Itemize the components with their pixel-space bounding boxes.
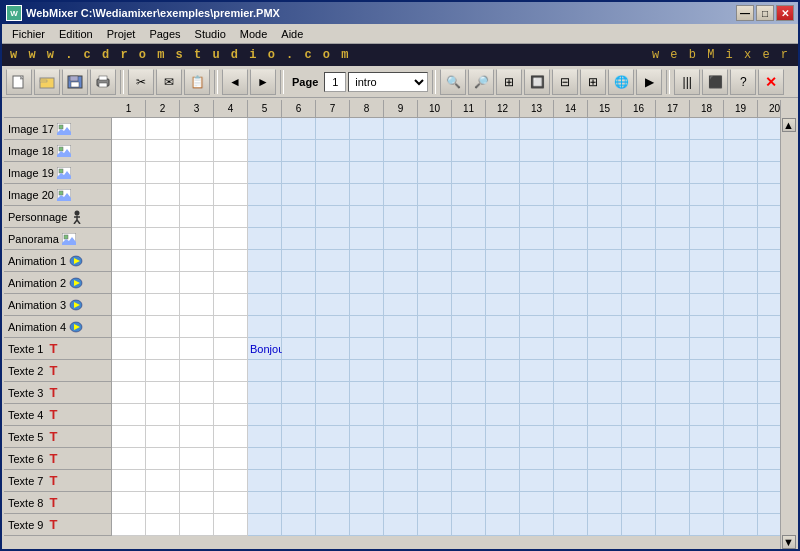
grid-cell[interactable] bbox=[724, 404, 758, 426]
grid-cell[interactable] bbox=[452, 206, 486, 228]
grid-cell[interactable] bbox=[282, 272, 316, 294]
grid-cell[interactable] bbox=[452, 360, 486, 382]
minimize-button[interactable]: — bbox=[736, 5, 754, 21]
grid-cell[interactable] bbox=[214, 272, 248, 294]
grid-cell[interactable] bbox=[282, 250, 316, 272]
grid-cell[interactable] bbox=[214, 316, 248, 338]
grid-cell[interactable] bbox=[350, 294, 384, 316]
grid-cell[interactable] bbox=[146, 250, 180, 272]
grid-cell[interactable] bbox=[384, 338, 418, 360]
grid-cell[interactable] bbox=[486, 492, 520, 514]
grid-cell[interactable] bbox=[112, 206, 146, 228]
grid-cell[interactable] bbox=[588, 448, 622, 470]
grid-cell[interactable] bbox=[622, 228, 656, 250]
grid-cell[interactable] bbox=[214, 382, 248, 404]
grid-cell[interactable] bbox=[418, 360, 452, 382]
grid-cell[interactable] bbox=[724, 448, 758, 470]
grid-cell[interactable] bbox=[588, 492, 622, 514]
grid-cell[interactable] bbox=[656, 338, 690, 360]
grid-cell[interactable]: Bonjou bbox=[248, 338, 282, 360]
grid-cell[interactable] bbox=[248, 470, 282, 492]
grid-cell[interactable] bbox=[146, 404, 180, 426]
grid-cell[interactable] bbox=[554, 426, 588, 448]
page-number[interactable]: 1 bbox=[324, 72, 346, 92]
grid-cell[interactable] bbox=[316, 228, 350, 250]
grid-cell[interactable] bbox=[520, 360, 554, 382]
grid-cell[interactable] bbox=[418, 448, 452, 470]
grid-cell[interactable] bbox=[112, 360, 146, 382]
grid-cell[interactable] bbox=[520, 118, 554, 140]
toolbar-nav4-button[interactable]: ⊞ bbox=[580, 69, 606, 95]
grid-cell[interactable] bbox=[146, 360, 180, 382]
grid-cell[interactable] bbox=[350, 184, 384, 206]
grid-cell[interactable] bbox=[112, 514, 146, 536]
grid-cell[interactable] bbox=[452, 514, 486, 536]
grid-cell[interactable] bbox=[316, 140, 350, 162]
grid-cell[interactable] bbox=[180, 448, 214, 470]
grid-cell[interactable] bbox=[758, 294, 780, 316]
grid-cell[interactable] bbox=[452, 448, 486, 470]
grid-cell[interactable] bbox=[520, 404, 554, 426]
grid-cell[interactable] bbox=[146, 118, 180, 140]
grid-cell[interactable] bbox=[350, 162, 384, 184]
grid-cell[interactable] bbox=[214, 470, 248, 492]
grid-cell[interactable] bbox=[724, 184, 758, 206]
grid-cell[interactable] bbox=[452, 250, 486, 272]
grid-cell[interactable] bbox=[554, 228, 588, 250]
grid-cell[interactable] bbox=[350, 338, 384, 360]
grid-cell[interactable] bbox=[350, 140, 384, 162]
grid-cell[interactable] bbox=[554, 118, 588, 140]
grid-cell[interactable] bbox=[248, 426, 282, 448]
grid-cell[interactable] bbox=[520, 206, 554, 228]
menu-studio[interactable]: Studio bbox=[189, 26, 232, 42]
grid-cell[interactable] bbox=[554, 492, 588, 514]
maximize-button[interactable]: □ bbox=[756, 5, 774, 21]
grid-cell[interactable] bbox=[282, 492, 316, 514]
grid-cell[interactable] bbox=[622, 294, 656, 316]
grid-cell[interactable] bbox=[248, 404, 282, 426]
spreadsheet[interactable]: 1 2 3 4 5 6 7 8 9 10 11 12 13 14 bbox=[112, 100, 780, 549]
grid-cell[interactable] bbox=[316, 206, 350, 228]
grid-cell[interactable] bbox=[724, 470, 758, 492]
grid-cell[interactable] bbox=[214, 294, 248, 316]
grid-cell[interactable] bbox=[690, 426, 724, 448]
grid-cell[interactable] bbox=[452, 184, 486, 206]
grid-cell[interactable] bbox=[758, 492, 780, 514]
grid-cell[interactable] bbox=[724, 206, 758, 228]
grid-cell[interactable] bbox=[690, 382, 724, 404]
menu-mode[interactable]: Mode bbox=[234, 26, 274, 42]
grid-cell[interactable] bbox=[384, 470, 418, 492]
grid-cell[interactable] bbox=[350, 470, 384, 492]
grid-cell[interactable] bbox=[282, 404, 316, 426]
grid-cell[interactable] bbox=[554, 162, 588, 184]
grid-cell[interactable] bbox=[146, 316, 180, 338]
grid-cell[interactable] bbox=[520, 470, 554, 492]
grid-cell[interactable] bbox=[520, 492, 554, 514]
grid-cell[interactable] bbox=[418, 426, 452, 448]
grid-cell[interactable] bbox=[554, 338, 588, 360]
grid-cell[interactable] bbox=[350, 272, 384, 294]
grid-cell[interactable] bbox=[588, 272, 622, 294]
grid-cell[interactable] bbox=[350, 426, 384, 448]
grid-cell[interactable] bbox=[146, 338, 180, 360]
grid-cell[interactable] bbox=[486, 272, 520, 294]
grid-cell[interactable] bbox=[248, 382, 282, 404]
grid-cell[interactable] bbox=[316, 426, 350, 448]
grid-cell[interactable] bbox=[418, 382, 452, 404]
grid-cell[interactable] bbox=[758, 338, 780, 360]
grid-cell[interactable] bbox=[418, 206, 452, 228]
grid-cell[interactable] bbox=[282, 426, 316, 448]
grid-cell[interactable] bbox=[214, 404, 248, 426]
grid-cell[interactable] bbox=[486, 338, 520, 360]
grid-cell[interactable] bbox=[758, 162, 780, 184]
grid-cell[interactable] bbox=[486, 250, 520, 272]
grid-cell[interactable] bbox=[622, 272, 656, 294]
grid-cell[interactable] bbox=[316, 514, 350, 536]
grid-cell[interactable] bbox=[622, 492, 656, 514]
grid-cell[interactable] bbox=[146, 162, 180, 184]
grid-cell[interactable] bbox=[214, 514, 248, 536]
toolbar-cut-button[interactable]: ✂ bbox=[128, 69, 154, 95]
grid-cell[interactable] bbox=[622, 448, 656, 470]
grid-cell[interactable] bbox=[214, 118, 248, 140]
grid-cell[interactable] bbox=[316, 250, 350, 272]
